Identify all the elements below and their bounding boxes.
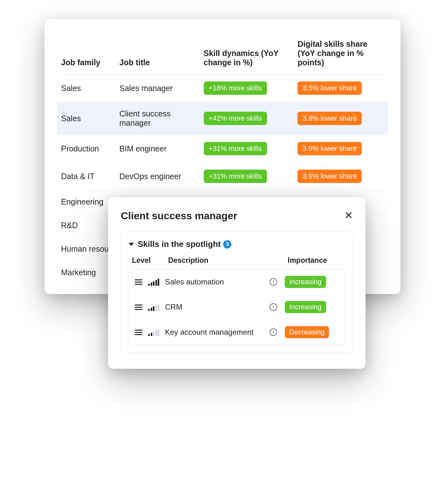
- skill-row[interactable]: Sales automation!Increasing: [129, 270, 345, 295]
- importance-cell: Increasing: [285, 276, 339, 288]
- info-icon[interactable]: !: [270, 278, 277, 286]
- table-row[interactable]: Data & ITDevOps engineer+31% more skills…: [57, 163, 388, 190]
- cell-digital-share: 3.5% lower share: [294, 74, 388, 102]
- drag-handle-icon[interactable]: [135, 304, 142, 310]
- col-header-description: Description: [154, 256, 288, 265]
- digital-share-pill: 3.9% lower share: [298, 170, 362, 183]
- importance-decreasing-pill: Decreasing: [285, 326, 329, 338]
- section-label: Skills in the spotlight: [138, 239, 221, 249]
- skill-row[interactable]: CRM!Increasing: [129, 295, 345, 320]
- cell-job-family: Data & IT: [57, 163, 116, 190]
- cell-job-title: Sales manager: [116, 74, 200, 102]
- skill-dynamics-pill: +42% more skills: [204, 112, 267, 125]
- cell-skill-dynamics: +42% more skills: [200, 102, 294, 135]
- info-icon[interactable]: !: [270, 328, 277, 336]
- skill-description: CRM: [165, 303, 264, 312]
- info-icon[interactable]: !: [270, 303, 277, 311]
- digital-share-pill: 3.9% lower share: [298, 142, 362, 155]
- count-badge: 3: [223, 240, 231, 248]
- level-bars-icon: [148, 278, 159, 286]
- cell-skill-dynamics: +31% more skills: [200, 135, 294, 163]
- section-toggle[interactable]: Skills in the spotlight 3: [129, 239, 345, 249]
- digital-share-pill: 3.9% lower share: [298, 112, 362, 125]
- cell-skill-dynamics: +18% more skills: [200, 74, 294, 102]
- level-bars-icon: [148, 328, 159, 336]
- col-header-importance: Importance: [288, 256, 342, 265]
- col-header-job-title: Job title: [116, 35, 200, 74]
- col-header-skill-dynamics: Skill dynamics (YoY change in %): [200, 35, 294, 74]
- cell-job-title: BIM engineer: [116, 135, 200, 163]
- caret-down-icon: [129, 243, 134, 246]
- digital-share-pill: 3.5% lower share: [298, 81, 362, 95]
- job-detail-modal: Client success manager Skills in the spo…: [108, 197, 366, 369]
- importance-cell: Decreasing: [285, 326, 339, 338]
- cell-job-family: Marketing: [57, 261, 116, 284]
- cell-skill-dynamics: +31% more skills: [200, 163, 294, 190]
- cell-job-family: Sales: [57, 74, 116, 102]
- level-bars-icon: [148, 303, 159, 311]
- cell-job-title: DevOps engineer: [116, 163, 200, 190]
- cell-job-family: Human resources: [57, 237, 116, 261]
- col-header-digital-share: Digital skills share (YoY change in % po…: [294, 35, 388, 74]
- cell-job-family: Sales: [57, 102, 116, 135]
- importance-increasing-pill: Increasing: [285, 276, 326, 288]
- col-header-job-family: Job family: [57, 35, 116, 74]
- col-header-level: Level: [132, 256, 154, 265]
- modal-title: Client success manager: [121, 210, 237, 222]
- importance-increasing-pill: Increasing: [285, 301, 326, 313]
- drag-handle-icon[interactable]: [135, 330, 142, 335]
- importance-cell: Increasing: [285, 301, 339, 313]
- cell-job-title: Client success manager: [116, 102, 200, 135]
- skill-list: Sales automation!IncreasingCRM!Increasin…: [129, 269, 345, 345]
- cell-digital-share: 3.9% lower share: [294, 135, 388, 163]
- skill-dynamics-pill: +31% more skills: [204, 170, 267, 183]
- close-button[interactable]: [345, 211, 353, 221]
- cell-job-family: Production: [57, 135, 116, 163]
- skill-description: Sales automation: [165, 277, 264, 286]
- cell-job-family: R&D: [57, 214, 116, 237]
- skill-dynamics-pill: +18% more skills: [204, 81, 267, 95]
- table-row[interactable]: ProductionBIM engineer+31% more skills3.…: [57, 135, 388, 163]
- cell-digital-share: 3.9% lower share: [294, 102, 388, 135]
- skill-description: Key account management: [165, 328, 264, 337]
- cell-digital-share: 3.9% lower share: [294, 163, 388, 190]
- table-row[interactable]: SalesSales manager+18% more skills3.5% l…: [57, 74, 388, 102]
- skill-row[interactable]: Key account management!Decreasing: [129, 320, 345, 345]
- close-icon: [345, 211, 353, 221]
- cell-job-family: Engineering: [57, 190, 116, 214]
- skills-spotlight-section: Skills in the spotlight 3 Level Descript…: [121, 231, 353, 353]
- table-row[interactable]: SalesClient success manager+42% more ski…: [57, 102, 388, 135]
- skill-dynamics-pill: +31% more skills: [204, 142, 267, 155]
- drag-handle-icon[interactable]: [135, 279, 142, 285]
